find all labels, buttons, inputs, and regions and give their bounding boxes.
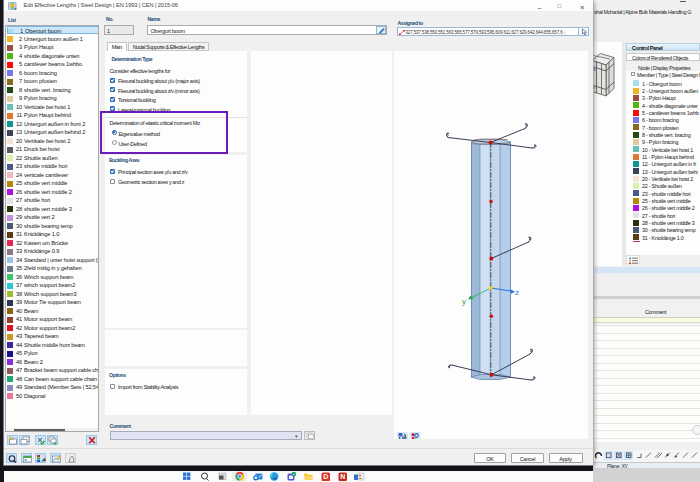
svg-text:D: D: [323, 473, 328, 480]
svg-text:y: y: [462, 296, 466, 305]
svg-text:N: N: [340, 473, 345, 480]
svg-text:z: z: [515, 287, 519, 296]
